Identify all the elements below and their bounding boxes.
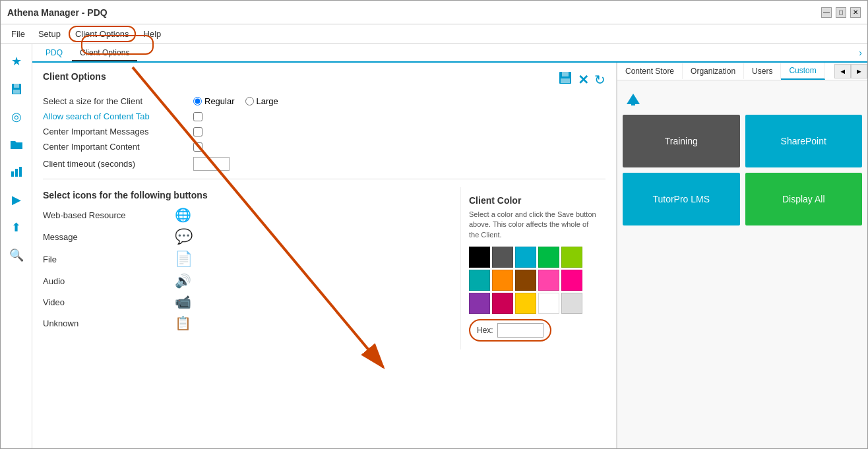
swatch-black[interactable] [469,247,490,268]
tab-nav: ◄ ► [834,64,867,78]
refresh-toolbar-icon[interactable]: ↻ [594,72,605,88]
hex-row: Hex: [469,319,598,342]
swatch-teal[interactable] [469,270,490,291]
color-desc: Select a color and click the Save button… [469,210,598,240]
tab-bar: PDQ Client Options › [32,44,867,63]
video-icon[interactable]: 📹 [175,294,191,310]
cancel-toolbar-icon[interactable]: ✕ [578,72,589,88]
title-bar: Athena Manager - PDQ — □ ✕ [1,1,867,24]
timeout-row: Client timeout (seconds) 25 [43,157,605,171]
tile-sharepoint[interactable]: SharePoint [745,115,863,167]
sidebar-icon-star[interactable]: ★ [5,49,28,73]
web-label: Web-based Resource [43,210,175,220]
tiles-grid: Training SharePoint TutorPro LMS Display… [623,115,862,225]
tab-prev-arrow[interactable]: ◄ [834,64,851,78]
icon-row-message: Message 💬 [43,228,460,245]
sidebar-icon-upload[interactable]: ⬆ [5,216,28,239]
center-messages-checkbox[interactable] [193,127,202,136]
unknown-icon[interactable]: 📋 [175,315,191,331]
center-content-label: Center Important Content [43,142,188,152]
svg-rect-4 [15,169,18,177]
menu-file[interactable]: File [6,27,30,41]
up-arrow-button[interactable] [623,88,644,109]
swatch-purple[interactable] [469,293,490,314]
sidebar-icon-target[interactable]: ◎ [5,105,28,129]
tab-users[interactable]: Users [744,63,781,79]
color-title: Client Color [469,195,598,206]
tile-training[interactable]: Training [623,115,740,167]
tile-display-all[interactable]: Display All [745,173,863,225]
menu-setup[interactable]: Setup [33,27,66,41]
icons-section: Select icons for the following buttons W… [43,190,460,349]
tab-pdq[interactable]: PDQ [38,45,71,61]
video-label: Video [43,297,175,307]
message-icon[interactable]: 💬 [175,228,193,245]
svg-rect-1 [14,84,19,88]
web-icon[interactable]: 🌐 [175,207,191,223]
tab-content-store[interactable]: Content Store [617,63,683,79]
swatch-gray[interactable] [492,247,513,268]
svg-rect-3 [11,171,14,177]
minimize-button[interactable]: — [821,7,832,18]
swatch-white[interactable] [538,293,559,314]
options-panel: Client Options ✕ ↻ Select a size for the… [32,63,617,449]
svg-rect-7 [562,72,569,76]
hex-input[interactable] [497,323,543,338]
right-panel: Content Store Organization Users Custom … [617,63,867,449]
save-toolbar-icon[interactable] [558,71,573,88]
radio-regular[interactable]: Regular [193,96,235,106]
color-panel: Client Color Select a color and click th… [460,187,605,349]
swatch-red[interactable] [492,293,513,314]
radio-large[interactable]: Large [245,96,278,106]
size-option-row: Select a size for the Client Regular Lar… [43,96,605,106]
center-messages-label: Center Important Messages [43,127,188,136]
swatch-green[interactable] [538,247,559,268]
swatch-yellow[interactable] [515,293,536,314]
swatch-cyan[interactable] [515,247,536,268]
center-content-checkbox[interactable] [193,142,202,152]
allow-search-checkbox[interactable] [193,112,202,121]
tab-custom[interactable]: Custom [781,63,824,80]
tab-organization[interactable]: Organization [683,63,744,79]
center-messages-row: Center Important Messages [43,127,605,136]
swatch-light-gray[interactable] [561,293,582,314]
swatch-lime[interactable] [561,247,582,268]
app-title: Athena Manager - PDQ [7,7,108,18]
content-area: PDQ Client Options › Client Options ✕ [32,44,867,449]
tab-client-options[interactable]: Client Options [72,45,137,61]
sidebar-icon-folder[interactable] [5,133,28,156]
swatch-orange[interactable] [492,270,513,291]
maximize-button[interactable]: □ [836,7,846,18]
sidebar-icon-search[interactable]: 🔍 [5,243,28,267]
unknown-label: Unknown [43,318,175,328]
sidebar-icon-chart[interactable] [5,160,28,184]
icon-row-audio: Audio 🔊 [43,273,460,289]
tab-arrow[interactable]: › [859,47,862,58]
tab-next-arrow[interactable]: ► [851,64,867,78]
toolbar-icons: ✕ ↻ [558,71,605,88]
audio-label: Audio [43,276,175,286]
swatch-brown[interactable] [515,270,536,291]
center-content-row: Center Important Content [43,142,605,152]
svg-rect-10 [631,100,635,105]
svg-rect-8 [561,78,570,83]
message-label: Message [43,232,175,242]
swatch-magenta[interactable] [561,270,582,291]
sidebar-icon-play[interactable]: ▶ [5,188,28,212]
split-panel: Select icons for the following buttons W… [43,187,605,349]
file-icon[interactable]: 📄 [175,251,193,268]
tile-tutorpro[interactable]: TutorPro LMS [623,173,740,225]
swatch-pink[interactable] [538,270,559,291]
icon-row-video: Video 📹 [43,294,460,310]
menu-help[interactable]: Help [139,27,167,41]
menu-bar: File Setup Client Options Help [1,24,867,44]
hex-container: Hex: [469,319,551,342]
audio-icon[interactable]: 🔊 [175,273,191,289]
sidebar-icon-save[interactable] [5,77,28,101]
allow-search-row: Allow search of Content Tab [43,111,605,121]
close-button[interactable]: ✕ [850,7,861,18]
allow-search-label: Allow search of Content Tab [43,111,188,121]
menu-client-options[interactable]: Client Options [69,26,136,42]
icon-row-file: File 📄 [43,251,460,268]
timeout-input[interactable]: 25 [193,157,230,171]
